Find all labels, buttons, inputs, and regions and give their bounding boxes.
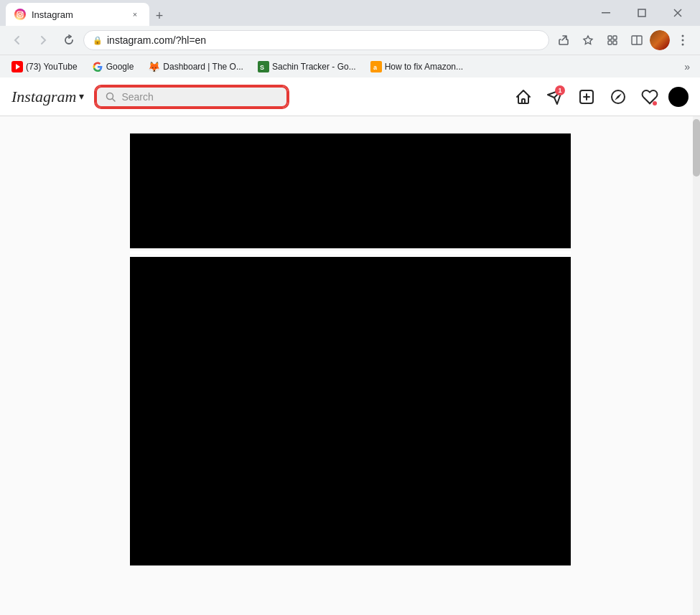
logo-dropdown-chevron[interactable]: ▾ — [79, 90, 84, 103]
home-button[interactable] — [510, 84, 536, 110]
chrome-profile-button[interactable] — [650, 30, 670, 50]
bookmark-amazon[interactable]: a How to fix Amazon... — [365, 60, 469, 74]
nav-actions — [552, 29, 694, 52]
title-bar: Instagram × + — [0, 0, 700, 26]
dashboard-favicon: 🦊 — [148, 61, 160, 72]
svg-rect-4 — [602, 12, 610, 14]
youtube-favicon — [11, 61, 23, 72]
chrome-window: Instagram × + 🔒 — [0, 0, 700, 615]
svg-text:S: S — [260, 64, 264, 71]
new-tab-button[interactable]: + — [149, 6, 169, 26]
back-button[interactable] — [6, 29, 29, 52]
svg-point-14 — [682, 35, 684, 37]
google-favicon — [92, 61, 103, 72]
svg-point-16 — [682, 44, 684, 46]
maximize-button[interactable] — [625, 1, 658, 24]
bookmark-sachin[interactable]: S Sachin Tracker - Go... — [252, 60, 362, 74]
search-wrapper: Search — [95, 86, 288, 108]
bookmarks-bar: (73) YouTube Google 🦊 Dashboard | The O.… — [0, 55, 700, 78]
amazon-favicon: a — [370, 61, 382, 72]
svg-rect-8 — [608, 36, 612, 39]
minimize-button[interactable] — [589, 1, 622, 24]
bookmarks-more-button[interactable]: » — [680, 60, 694, 74]
scrollbar-thumb[interactable] — [693, 119, 700, 177]
split-view-button[interactable] — [625, 29, 648, 52]
close-button[interactable] — [661, 1, 694, 24]
svg-point-15 — [682, 39, 684, 42]
tab-close-button[interactable]: × — [129, 9, 141, 20]
svg-line-24 — [113, 98, 116, 101]
search-placeholder: Search — [121, 91, 153, 103]
content-area — [0, 116, 700, 615]
bookmark-google-label: Google — [106, 62, 134, 72]
explore-button[interactable] — [605, 84, 631, 110]
bookmark-dashboard[interactable]: 🦊 Dashboard | The O... — [142, 60, 249, 74]
share-button[interactable] — [552, 29, 575, 52]
scrollbar-track[interactable] — [693, 116, 700, 615]
tab-favicon — [14, 9, 26, 20]
svg-point-3 — [22, 12, 22, 13]
svg-rect-9 — [613, 36, 617, 39]
bookmark-youtube-label: (73) YouTube — [26, 62, 78, 72]
post-item-1 — [130, 133, 571, 248]
heart-notification-dot — [653, 101, 657, 105]
address-text: instagram.com/?hl=en — [107, 34, 540, 46]
messenger-button[interactable]: 1 — [542, 84, 568, 110]
svg-rect-11 — [613, 41, 617, 44]
navigation-bar: 🔒 instagram.com/?hl=en — [0, 26, 700, 55]
notification-badge: 1 — [555, 85, 565, 95]
tab-strip: Instagram × + — [6, 0, 587, 26]
instagram-logo-text: Instagram — [11, 88, 76, 106]
post-item-2 — [130, 257, 571, 565]
search-icon — [106, 92, 116, 102]
new-post-icon — [578, 88, 595, 105]
tab-title: Instagram — [32, 9, 123, 20]
reload-button[interactable] — [57, 29, 80, 52]
forward-button[interactable] — [32, 29, 55, 52]
bookmark-dashboard-label: Dashboard | The O... — [163, 62, 243, 72]
page-content: Instagram ▾ Search — [0, 78, 700, 615]
instagram-logo[interactable]: Instagram ▾ — [11, 88, 84, 106]
bookmark-google[interactable]: Google — [86, 60, 140, 74]
svg-rect-10 — [608, 41, 612, 44]
bookmark-amazon-label: How to fix Amazon... — [385, 62, 463, 72]
svg-point-0 — [14, 9, 26, 20]
instagram-header: Instagram ▾ Search — [0, 78, 700, 116]
explore-icon — [610, 88, 627, 105]
lock-icon: 🔒 — [93, 36, 103, 45]
home-icon — [515, 88, 532, 105]
svg-rect-5 — [638, 9, 645, 17]
bookmark-sachin-label: Sachin Tracker - Go... — [272, 62, 356, 72]
active-tab[interactable]: Instagram × — [6, 3, 149, 26]
chrome-menu-button[interactable] — [671, 29, 694, 52]
bookmark-youtube[interactable]: (73) YouTube — [6, 60, 83, 74]
notifications-button[interactable] — [637, 84, 663, 110]
svg-marker-29 — [615, 93, 622, 100]
header-icons: 1 — [510, 84, 689, 110]
sachin-favicon: S — [258, 61, 269, 72]
profile-avatar[interactable] — [668, 87, 689, 107]
extensions-button[interactable] — [601, 29, 624, 52]
feed-container — [130, 133, 571, 598]
new-post-button[interactable] — [574, 84, 599, 110]
address-bar[interactable]: 🔒 instagram.com/?hl=en — [83, 30, 549, 50]
search-box[interactable]: Search — [95, 86, 288, 108]
post-gap — [130, 251, 571, 254]
bookmark-star-button[interactable] — [577, 29, 599, 52]
window-controls — [589, 1, 694, 24]
